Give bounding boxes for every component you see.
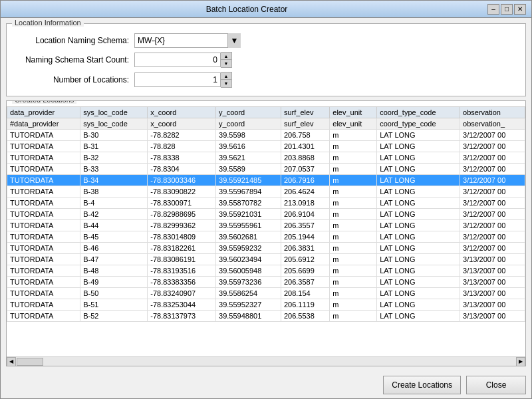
table-row[interactable]: TUTORDATAB-38-78.8309082239.55967894206.… bbox=[7, 186, 525, 198]
table-cell: 39.5602681 bbox=[216, 231, 281, 243]
col-header-sys-loc-code[interactable]: sys_loc_code bbox=[80, 107, 148, 118]
table-cell: -78.83137973 bbox=[148, 311, 216, 322]
table-cell: LAT LONG bbox=[377, 186, 460, 198]
col-header-elev-unit[interactable]: elev_unit bbox=[330, 107, 377, 118]
table-cell: m bbox=[330, 164, 377, 175]
table-cell: TUTORDATA bbox=[7, 198, 80, 209]
table-cell: 39.5621 bbox=[216, 152, 281, 164]
create-locations-button[interactable]: Create Locations bbox=[383, 376, 461, 394]
table-cell: 3/12/2007 00 bbox=[460, 164, 525, 175]
col-header-coord-type-code[interactable]: coord_type_code bbox=[377, 107, 460, 118]
table-row[interactable]: TUTORDATAB-31-78.82839.5616201.4301mLAT … bbox=[7, 141, 525, 152]
table-cell: TUTORDATA bbox=[7, 277, 80, 288]
table-cell: 3/12/2007 00 bbox=[460, 186, 525, 198]
col-header-observation[interactable]: observation bbox=[460, 107, 525, 118]
table-cell: B-30 bbox=[80, 130, 148, 141]
table-cell: 3/13/2007 00 bbox=[460, 299, 525, 311]
table-cell: 39.55955961 bbox=[216, 220, 281, 231]
minimize-button[interactable]: – bbox=[487, 4, 499, 15]
table-cell: TUTORDATA bbox=[7, 186, 80, 198]
table-cell: B-38 bbox=[80, 186, 148, 198]
num-locations-up[interactable]: ▲ bbox=[221, 72, 231, 80]
table-row[interactable]: TUTORDATAB-45-78.8301480939.5602681205.1… bbox=[7, 231, 525, 243]
table-cell: 206.7916 bbox=[281, 175, 329, 186]
table-cell: LAT LONG bbox=[377, 164, 460, 175]
table-cell: 39.56023494 bbox=[216, 254, 281, 265]
table-cell: B-52 bbox=[80, 311, 148, 322]
table-row[interactable]: TUTORDATAB-44-78.8299936239.55955961206.… bbox=[7, 220, 525, 231]
naming-schema-control: MW-{X} BH-{X} OW-{X} ▼ bbox=[134, 33, 241, 48]
table-cell: 3/13/2007 00 bbox=[460, 254, 525, 265]
start-count-up[interactable]: ▲ bbox=[221, 53, 231, 60]
created-locations-group: Created Locations data_provider sys_loc_… bbox=[6, 100, 526, 366]
scrollbar-track[interactable] bbox=[16, 357, 516, 366]
table-cell: -78.8304 bbox=[148, 164, 216, 175]
locations-table-container[interactable]: data_provider sys_loc_code x_coord y_coo… bbox=[7, 106, 525, 356]
window-controls: – □ ✕ bbox=[487, 4, 526, 15]
scroll-left-button[interactable]: ◀ bbox=[7, 357, 16, 366]
table-cell: LAT LONG bbox=[377, 243, 460, 254]
scrollbar-thumb[interactable] bbox=[17, 358, 43, 366]
table-row[interactable]: TUTORDATAB-50-78.8324090739.5586254208.1… bbox=[7, 288, 525, 299]
table-cell: 3/12/2007 00 bbox=[460, 231, 525, 243]
col-header-surf-elev[interactable]: surf_elev bbox=[281, 107, 329, 118]
table-cell: observation_ bbox=[460, 118, 525, 130]
table-row[interactable]: TUTORDATAB-30-78.828239.5598206.758mLAT … bbox=[7, 130, 525, 141]
start-count-label: Naming Schema Start Count: bbox=[15, 55, 134, 65]
table-cell: 39.56005948 bbox=[216, 265, 281, 277]
table-cell: -78.8282 bbox=[148, 130, 216, 141]
table-cell: 206.5538 bbox=[281, 311, 329, 322]
table-cell: LAT LONG bbox=[377, 288, 460, 299]
table-row[interactable]: TUTORDATAB-47-78.8308619139.56023494205.… bbox=[7, 254, 525, 265]
table-row[interactable]: #data_providersys_loc_codex_coordy_coord… bbox=[7, 118, 525, 130]
close-button[interactable]: ✕ bbox=[514, 4, 526, 15]
table-row[interactable]: TUTORDATAB-33-78.830439.5589207.0537mLAT… bbox=[7, 164, 525, 175]
num-locations-down[interactable]: ▼ bbox=[221, 80, 231, 87]
table-row[interactable]: TUTORDATAB-52-78.8313797339.55948801206.… bbox=[7, 311, 525, 322]
col-header-x-coord[interactable]: x_coord bbox=[148, 107, 216, 118]
table-cell: 39.5616 bbox=[216, 141, 281, 152]
table-cell: 3/12/2007 00 bbox=[460, 220, 525, 231]
table-cell: 205.1944 bbox=[281, 231, 329, 243]
start-count-input[interactable] bbox=[134, 53, 221, 67]
table-cell: 39.55948801 bbox=[216, 311, 281, 322]
table-cell: m bbox=[330, 311, 377, 322]
table-cell: elev_unit bbox=[330, 118, 377, 130]
table-cell: TUTORDATA bbox=[7, 164, 80, 175]
table-cell: -78.83253044 bbox=[148, 299, 216, 311]
table-row[interactable]: TUTORDATAB-34-78.8300334639.55921485206.… bbox=[7, 175, 525, 186]
table-cell: m bbox=[330, 254, 377, 265]
table-row[interactable]: TUTORDATAB-48-78.8319351639.56005948205.… bbox=[7, 265, 525, 277]
table-cell: coord_type_code bbox=[377, 118, 460, 130]
naming-schema-select[interactable]: MW-{X} BH-{X} OW-{X} bbox=[134, 33, 241, 48]
col-header-y-coord[interactable]: y_coord bbox=[216, 107, 281, 118]
table-cell: 3/12/2007 00 bbox=[460, 141, 525, 152]
table-cell: 3/13/2007 00 bbox=[460, 288, 525, 299]
table-cell: -78.83090822 bbox=[148, 186, 216, 198]
close-button-bottom[interactable]: Close bbox=[466, 376, 526, 394]
table-cell: 206.3831 bbox=[281, 243, 329, 254]
table-row[interactable]: TUTORDATAB-51-78.8325304439.55952327206.… bbox=[7, 299, 525, 311]
table-cell: TUTORDATA bbox=[7, 265, 80, 277]
table-cell: 206.1119 bbox=[281, 299, 329, 311]
scroll-right-button[interactable]: ▶ bbox=[516, 357, 525, 366]
table-row[interactable]: TUTORDATAB-4-78.830097139.55870782213.09… bbox=[7, 198, 525, 209]
num-locations-input[interactable] bbox=[134, 72, 221, 87]
table-cell: TUTORDATA bbox=[7, 220, 80, 231]
table-cell: m bbox=[330, 265, 377, 277]
table-row[interactable]: TUTORDATAB-49-78.8338335639.55973236206.… bbox=[7, 277, 525, 288]
table-row[interactable]: TUTORDATAB-32-78.833839.5621203.8868mLAT… bbox=[7, 152, 525, 164]
locations-table: data_provider sys_loc_code x_coord y_coo… bbox=[7, 106, 525, 322]
col-header-data-provider[interactable]: data_provider bbox=[7, 107, 80, 118]
start-count-down[interactable]: ▼ bbox=[221, 60, 231, 67]
table-cell: TUTORDATA bbox=[7, 175, 80, 186]
horizontal-scrollbar[interactable]: ◀ ▶ bbox=[7, 356, 525, 366]
table-row[interactable]: TUTORDATAB-46-78.8318226139.55959232206.… bbox=[7, 243, 525, 254]
maximize-button[interactable]: □ bbox=[501, 4, 513, 15]
table-cell: -78.8338 bbox=[148, 152, 216, 164]
start-count-spinner: ▲ ▼ bbox=[221, 52, 232, 68]
table-cell: 206.758 bbox=[281, 130, 329, 141]
table-cell: 3/13/2007 00 bbox=[460, 277, 525, 288]
table-row[interactable]: TUTORDATAB-42-78.8298869539.55921031206.… bbox=[7, 209, 525, 220]
table-cell: m bbox=[330, 243, 377, 254]
